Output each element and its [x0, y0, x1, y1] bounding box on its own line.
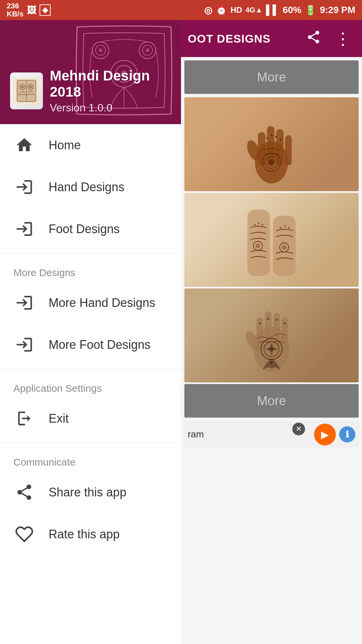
nav-item-exit[interactable]: Exit — [0, 397, 181, 439]
nav-item-home[interactable]: Home — [0, 124, 181, 166]
svg-point-54 — [29, 86, 32, 88]
time-display: 9:29 PM — [320, 5, 355, 15]
content-area[interactable]: More — [181, 57, 362, 644]
svg-point-37 — [284, 322, 286, 324]
more-designs-section-label: More Designs — [0, 257, 181, 282]
communicate-section-label: Communicate — [0, 446, 181, 471]
svg-point-24 — [288, 227, 290, 228]
overflow-menu-button[interactable]: ⋮ — [331, 25, 355, 52]
network-icon: 4G▲ — [245, 6, 262, 14]
divider-3 — [0, 443, 181, 443]
app-icon — [10, 72, 43, 109]
svg-point-52 — [21, 86, 24, 88]
status-right: ◎ ⏰ HD 4G▲ ▌▌ 60% 🔋 9:29 PM — [204, 5, 355, 16]
divider-2 — [0, 369, 181, 369]
svg-point-12 — [280, 139, 281, 141]
battery-icon: 🔋 — [305, 5, 316, 16]
svg-point-23 — [284, 225, 286, 227]
svg-point-19 — [254, 224, 256, 225]
hand-designs-icon — [13, 176, 35, 198]
heart-icon — [13, 523, 35, 545]
svg-point-36 — [276, 319, 278, 321]
nav-item-more-hand-label: More Hand Designs — [49, 296, 155, 310]
status-left: 236KB/s 🖼 ◆ — [7, 2, 51, 18]
more-button-top[interactable]: More — [184, 60, 359, 94]
hd-icon: HD — [231, 5, 242, 15]
svg-point-35 — [267, 318, 269, 320]
more-hand-icon — [13, 292, 35, 314]
svg-point-20 — [258, 222, 259, 224]
header-content: Mehndi Design 2018 Version 1.0.0 — [10, 68, 171, 114]
svg-point-16 — [255, 244, 260, 248]
nav-item-share-label: Share this app — [49, 485, 126, 499]
more-button-bottom[interactable]: More — [184, 384, 359, 418]
nav-item-foot-designs[interactable]: Foot Designs — [0, 208, 181, 250]
main-container: OOT DESIGNS ⋮ More — [0, 20, 362, 644]
wifi-icon: ◎ — [204, 5, 212, 16]
svg-rect-1 — [258, 132, 266, 165]
toolbar-actions: ⋮ — [303, 25, 355, 52]
exit-icon — [13, 408, 35, 429]
speed-indicator: 236KB/s — [7, 2, 23, 18]
design-image-3[interactable] — [184, 288, 359, 382]
svg-point-34 — [259, 322, 260, 324]
drawer-header: Mehndi Design 2018 Version 1.0.0 — [0, 20, 181, 124]
svg-point-41 — [99, 48, 103, 52]
nav-item-hand-designs[interactable]: Hand Designs — [0, 166, 181, 208]
battery-text: 60% — [283, 5, 301, 15]
ad-banner[interactable]: ram ✕ ▶ ℹ — [184, 421, 359, 448]
right-content: OOT DESIGNS ⋮ More — [181, 20, 362, 644]
nav-item-more-foot[interactable]: More Foot Designs — [0, 324, 181, 366]
signal-icon: ▌▌ — [266, 5, 279, 15]
alarm-icon: ⏰ — [216, 5, 227, 16]
ad-info-button[interactable]: ℹ — [339, 426, 355, 442]
svg-rect-4 — [285, 135, 292, 165]
nav-item-home-label: Home — [49, 138, 81, 152]
design-image-1[interactable] — [184, 97, 359, 191]
ad-close-button[interactable]: ✕ — [292, 423, 305, 435]
design-image-2[interactable] — [184, 193, 359, 287]
nav-item-hand-label: Hand Designs — [49, 180, 124, 194]
svg-point-18 — [282, 245, 287, 250]
foot-designs-icon — [13, 218, 35, 240]
nav-item-foot-label: Foot Designs — [49, 222, 120, 236]
app-title-section: Mehndi Design 2018 Version 1.0.0 — [50, 68, 171, 114]
nav-item-rate-label: Rate this app — [49, 527, 120, 541]
gallery-icon: 🖼 — [27, 5, 36, 16]
nav-drawer: Mehndi Design 2018 Version 1.0.0 Home Ha… — [0, 20, 181, 644]
toolbar-title: OOT DESIGNS — [188, 32, 270, 45]
nav-item-more-foot-label: More Foot Designs — [49, 338, 150, 352]
status-bar: 236KB/s 🖼 ◆ ◎ ⏰ HD 4G▲ ▌▌ 60% 🔋 9:29 PM — [0, 0, 362, 20]
more-foot-icon — [13, 334, 35, 356]
svg-point-44 — [145, 48, 149, 52]
nav-item-exit-label: Exit — [49, 412, 69, 426]
nav-item-share[interactable]: Share this app — [0, 471, 181, 513]
media-icon: ◆ — [40, 4, 51, 16]
nav-item-rate[interactable]: Rate this app — [0, 513, 181, 555]
svg-point-9 — [266, 137, 268, 139]
svg-point-21 — [261, 224, 263, 225]
svg-point-38 — [270, 361, 273, 364]
svg-rect-28 — [273, 313, 280, 352]
svg-rect-13 — [247, 210, 270, 276]
ad-play-button[interactable]: ▶ — [314, 424, 336, 445]
home-icon — [13, 134, 35, 156]
svg-point-8 — [268, 159, 275, 165]
svg-point-11 — [275, 136, 277, 138]
settings-section-label: Application Settings — [0, 373, 181, 397]
svg-point-22 — [280, 227, 281, 228]
nav-item-more-hand[interactable]: More Hand Designs — [0, 282, 181, 324]
divider-1 — [0, 253, 181, 254]
toolbar: OOT DESIGNS ⋮ — [181, 20, 362, 57]
app-title: Mehndi Design 2018 — [50, 68, 171, 100]
svg-point-10 — [270, 134, 272, 136]
share-icon — [13, 481, 35, 503]
app-version: Version 1.0.0 — [50, 102, 171, 114]
share-button[interactable] — [303, 26, 324, 51]
